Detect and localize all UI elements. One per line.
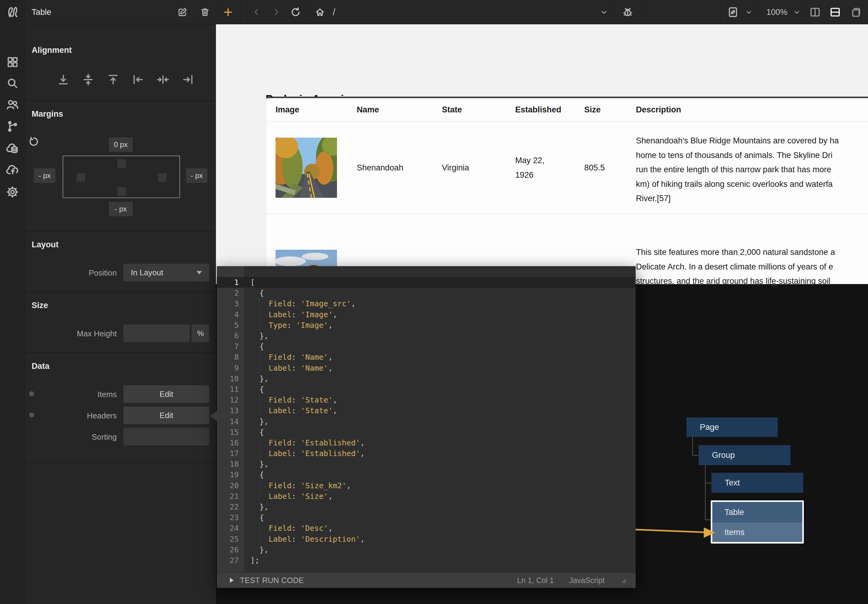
resize-grip-icon[interactable] bbox=[620, 577, 626, 584]
test-run-code-button[interactable]: TEST RUN CODE bbox=[240, 576, 304, 585]
code-editor-popover[interactable]: 1[2 {3 Field: 'Image_src',4 Label: 'Imag… bbox=[217, 266, 636, 588]
code-line[interactable]: 14 }, bbox=[217, 416, 636, 426]
code-line[interactable]: 9 Label: 'Name', bbox=[217, 363, 636, 374]
code-line[interactable]: 10 }, bbox=[217, 374, 636, 384]
table-row[interactable]: Shenandoah Virginia May 22, 1926 805.5 S… bbox=[266, 122, 868, 213]
code-lines[interactable]: 1[2 {3 Field: 'Image_src',4 Label: 'Imag… bbox=[217, 277, 636, 566]
home-icon[interactable] bbox=[312, 0, 329, 24]
max-height-unit[interactable]: % bbox=[192, 324, 209, 342]
code-line[interactable]: 22 }, bbox=[217, 502, 636, 512]
align-bottom-icon[interactable] bbox=[57, 73, 70, 86]
column-header[interactable]: Name bbox=[357, 98, 379, 122]
code-line[interactable]: 27]; bbox=[217, 555, 636, 566]
fit-chevron-down-icon[interactable] bbox=[740, 0, 757, 24]
column-header[interactable]: Description bbox=[636, 98, 681, 122]
margin-bottom-handle[interactable] bbox=[118, 187, 126, 196]
dashboard-icon[interactable] bbox=[0, 52, 25, 72]
margin-left-handle[interactable] bbox=[77, 173, 85, 182]
code-line[interactable]: 2 { bbox=[217, 288, 636, 298]
code-line[interactable]: 21 Label: 'Size', bbox=[217, 491, 636, 502]
margin-top-input[interactable]: 0 px bbox=[109, 137, 133, 152]
headers-edit-button[interactable]: Edit bbox=[124, 406, 209, 424]
margin-right-input[interactable]: - px bbox=[186, 168, 208, 183]
flow-branch-icon[interactable] bbox=[0, 117, 25, 136]
code-line[interactable]: 13 Label: 'State', bbox=[217, 405, 636, 416]
code-line[interactable]: 1[ bbox=[217, 277, 636, 288]
align-left-icon[interactable] bbox=[132, 73, 145, 86]
play-icon[interactable] bbox=[228, 577, 235, 584]
nav-forward-icon[interactable] bbox=[268, 0, 285, 24]
position-select[interactable]: In Layout bbox=[124, 264, 209, 281]
debug-bug-icon[interactable] bbox=[619, 0, 636, 24]
margins-reset-icon[interactable] bbox=[28, 136, 40, 148]
settings-gear-icon[interactable] bbox=[0, 182, 25, 202]
margin-left-input[interactable]: - px bbox=[34, 168, 55, 183]
code-line[interactable]: 18 }, bbox=[217, 459, 636, 470]
code-line[interactable]: 19 { bbox=[217, 470, 636, 480]
tree-node-page[interactable]: Page bbox=[687, 417, 778, 437]
code-line[interactable]: 20 Field: 'Size_km2', bbox=[217, 480, 636, 491]
zoom-level[interactable]: 100% bbox=[766, 0, 787, 24]
max-height-input[interactable] bbox=[124, 324, 190, 342]
code-line[interactable]: 16 Field: 'Established', bbox=[217, 437, 636, 448]
tree-node-group[interactable]: Group bbox=[699, 445, 790, 465]
tree-node-table-selected[interactable]: Table Items bbox=[711, 501, 804, 544]
divider bbox=[309, 0, 309, 24]
copy-pages-icon[interactable] bbox=[847, 0, 864, 24]
column-header[interactable]: Established bbox=[515, 98, 561, 122]
align-top-icon[interactable] bbox=[107, 73, 120, 86]
margin-bottom-input[interactable]: - px bbox=[109, 202, 133, 216]
split-rows-icon[interactable] bbox=[827, 0, 844, 24]
items-edit-button[interactable]: Edit bbox=[124, 385, 209, 403]
code-line[interactable]: 15 { bbox=[217, 427, 636, 437]
tree-node-items-slot[interactable]: Items bbox=[712, 522, 802, 542]
code-line[interactable]: 17 Label: 'Established', bbox=[217, 448, 636, 459]
position-label: Position bbox=[26, 268, 117, 278]
cloud-function-icon[interactable] bbox=[0, 161, 25, 180]
code-line[interactable]: 11 { bbox=[217, 384, 636, 395]
fit-screen-icon[interactable] bbox=[724, 0, 741, 24]
margin-right-handle[interactable] bbox=[158, 173, 167, 182]
align-horizontal-center-icon[interactable] bbox=[157, 73, 170, 86]
align-right-icon[interactable] bbox=[181, 73, 195, 86]
code-line[interactable]: 5 Type: 'Image', bbox=[217, 320, 636, 331]
refresh-icon[interactable] bbox=[287, 0, 304, 24]
code-line[interactable]: 26 }, bbox=[217, 544, 636, 555]
search-icon[interactable] bbox=[0, 74, 25, 93]
code-line[interactable]: 4 Label: 'Image', bbox=[217, 309, 636, 320]
delete-element-icon[interactable] bbox=[197, 0, 214, 24]
code-line[interactable]: 24 Field: 'Desc', bbox=[217, 523, 636, 533]
column-header[interactable]: Size bbox=[584, 98, 601, 122]
rename-element-icon[interactable] bbox=[174, 0, 191, 24]
code-line[interactable]: 7 { bbox=[217, 341, 636, 352]
code-line[interactable]: 6 }, bbox=[217, 331, 636, 341]
code-line[interactable]: 23 { bbox=[217, 512, 636, 523]
cloud-database-icon[interactable] bbox=[0, 139, 25, 158]
code-line[interactable]: 12 Field: 'State', bbox=[217, 395, 636, 405]
divider bbox=[758, 0, 758, 24]
tree-node-text[interactable]: Text bbox=[711, 473, 803, 493]
url-chevron-down-icon[interactable] bbox=[595, 0, 612, 24]
canvas-artboard[interactable]: Parks in America Image Name State Establ… bbox=[216, 24, 868, 284]
breadcrumb: / bbox=[333, 0, 335, 24]
sorting-input[interactable] bbox=[124, 428, 209, 445]
parks-table[interactable]: Image Name State Established Size Descri… bbox=[266, 97, 868, 284]
code-line[interactable]: 3 Field: 'Image_src', bbox=[217, 298, 636, 309]
app-logo[interactable] bbox=[0, 0, 25, 24]
tree-node-table-label[interactable]: Table bbox=[712, 502, 802, 522]
column-header[interactable]: State bbox=[442, 98, 462, 122]
margin-top-handle[interactable] bbox=[118, 159, 126, 168]
split-columns-icon[interactable] bbox=[806, 0, 824, 24]
cell-established: May 22, bbox=[515, 156, 544, 165]
column-header[interactable]: Image bbox=[276, 98, 299, 122]
sorting-label: Sorting bbox=[26, 433, 117, 442]
align-vertical-center-icon[interactable] bbox=[82, 73, 95, 86]
code-line[interactable]: 25 Label: 'Description', bbox=[217, 534, 636, 544]
tree-connector bbox=[705, 519, 711, 520]
zoom-chevron-down-icon[interactable] bbox=[788, 0, 805, 24]
nav-back-icon[interactable] bbox=[248, 0, 265, 24]
add-tab-button[interactable]: + bbox=[216, 0, 240, 24]
users-icon[interactable] bbox=[0, 95, 25, 114]
code-line[interactable]: 8 Field: 'Name', bbox=[217, 352, 636, 363]
tree-connector bbox=[692, 455, 699, 456]
